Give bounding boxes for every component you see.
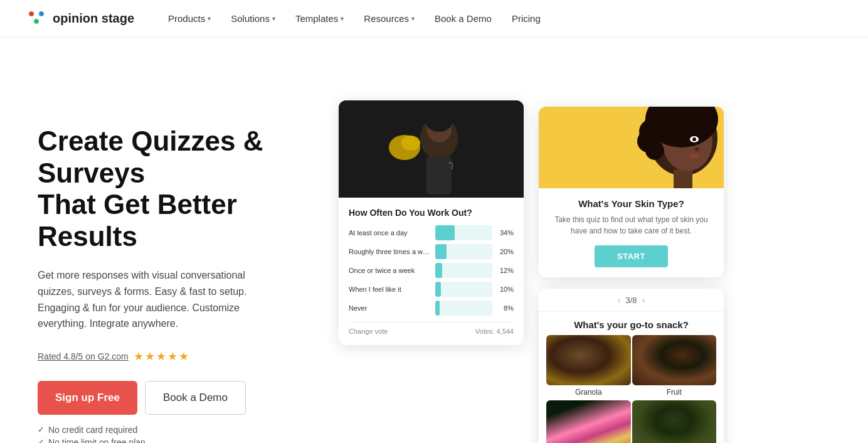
snack-option-spicy[interactable]: Something spicy! <box>632 400 717 443</box>
poll-bar-row-3: Once or twice a week 12% <box>349 263 514 278</box>
svg-point-24 <box>692 137 696 141</box>
poll-bar-label: At least once a day <box>349 229 430 237</box>
poll-image <box>339 100 524 198</box>
checklist-item-2: ✓ No time limit on free plan <box>38 437 301 443</box>
snack-quiz-widget: ‹ 3/8 › What's your go-to snack? Granola… <box>539 289 724 443</box>
granola-label: Granola <box>546 385 631 399</box>
skin-quiz-content: What's Your Skin Type? Take this quiz to… <box>539 188 724 277</box>
poll-bar-label: Once or twice a week <box>349 267 430 274</box>
star-5: ★ <box>179 350 189 363</box>
snack-option-granola[interactable]: Granola <box>546 335 631 399</box>
poll-bar-pct: 34% <box>497 229 514 237</box>
poll-bar-row-1: At least once a day 34% <box>349 225 514 240</box>
nav-item-book-demo[interactable]: Book a Demo <box>426 8 500 29</box>
hero-section: Create Quizzes & Surveys That Get Better… <box>0 38 868 443</box>
poll-bar-pct: 12% <box>497 267 514 274</box>
next-arrow-icon[interactable]: › <box>642 295 645 305</box>
svg-rect-16 <box>674 169 692 188</box>
chevron-down-icon: ▾ <box>341 15 344 22</box>
svg-point-11 <box>401 136 420 151</box>
svg-point-9 <box>425 109 453 132</box>
nav-item-templates[interactable]: Templates ▾ <box>287 8 352 29</box>
rating-row: Rated 4.8/5 on G2.com ★ ★ ★ ★ ★ <box>38 350 301 363</box>
skin-quiz-widget: What's Your Skin Type? Take this quiz to… <box>539 107 724 277</box>
poll-bar-inner <box>435 263 442 278</box>
start-button[interactable]: START <box>595 245 668 267</box>
poll-bar-outer <box>435 263 492 278</box>
icecream-image <box>546 400 631 443</box>
poll-bar-pct: 20% <box>497 248 514 255</box>
snack-nav: ‹ 3/8 › <box>539 289 724 312</box>
svg-point-21 <box>645 141 664 160</box>
nav-item-pricing[interactable]: Pricing <box>503 8 549 29</box>
fruit-image <box>632 335 717 385</box>
fruit-label: Fruit <box>632 385 717 399</box>
svg-point-26 <box>689 153 699 158</box>
rating-link[interactable]: Rated 4.8/5 on G2.com <box>38 351 129 361</box>
poll-bar-outer <box>435 282 492 297</box>
skin-quiz-image-svg <box>539 107 724 188</box>
poll-bar-inner <box>435 225 455 240</box>
svg-point-25 <box>694 147 699 151</box>
poll-bar-outer <box>435 244 492 259</box>
chevron-down-icon: ▾ <box>411 15 415 22</box>
poll-bar-label: Never <box>349 304 430 312</box>
poll-bar-pct: 10% <box>497 286 514 293</box>
votes-count: Votes: 4,544 <box>475 328 514 335</box>
poll-bar-pct: 8% <box>497 304 514 312</box>
star-1: ★ <box>134 350 144 363</box>
chevron-down-icon: ▾ <box>208 15 211 22</box>
logo-icon <box>25 8 48 30</box>
checklist: ✓ No credit card required ✓ No time limi… <box>38 425 301 443</box>
poll-content: How Often Do You Work Out? At least once… <box>339 198 524 345</box>
svg-point-4 <box>40 13 43 15</box>
stars-container: ★ ★ ★ ★ ★ <box>134 350 189 363</box>
star-4: ★ <box>167 350 177 363</box>
poll-bar-inner <box>435 244 447 259</box>
spicy-image <box>632 400 717 443</box>
granola-image <box>546 335 631 385</box>
star-3: ★ <box>156 350 166 363</box>
poll-bar-row-5: Never 8% <box>349 301 514 316</box>
signup-button[interactable]: Sign up Free <box>38 381 137 415</box>
snack-nav-text: 3/8 <box>625 296 637 305</box>
poll-bar-row-2: Roughly three times a week 20% <box>349 244 514 259</box>
poll-bar-label: Roughly three times a week <box>349 248 430 255</box>
svg-point-3 <box>30 13 33 15</box>
snack-quiz-title: What's your go-to snack? <box>539 312 724 335</box>
nav-links: Products ▾ Solutions ▾ Templates ▾ Resou… <box>159 8 843 29</box>
book-demo-button[interactable]: Book a Demo <box>145 381 246 415</box>
chevron-down-icon: ▾ <box>272 15 275 22</box>
navigation: opinion stage Products ▾ Solutions ▾ Tem… <box>0 0 868 38</box>
brand-logo[interactable]: opinion stage <box>25 8 134 30</box>
checklist-item-1: ✓ No credit card required <box>38 425 301 435</box>
poll-bar-inner <box>435 301 440 316</box>
poll-bar-outer <box>435 225 492 240</box>
svg-point-22 <box>644 112 672 139</box>
poll-bar-outer <box>435 301 492 316</box>
poll-footer: Change vote Votes: 4,544 <box>349 322 514 335</box>
hero-heading: Create Quizzes & Surveys That Get Better… <box>38 125 301 252</box>
poll-title: How Often Do You Work Out? <box>349 208 514 218</box>
poll-bar-label: When I feel like it <box>349 286 430 293</box>
nav-item-products[interactable]: Products ▾ <box>159 8 220 29</box>
poll-bar-inner <box>435 282 441 297</box>
change-vote-link[interactable]: Change vote <box>349 328 388 335</box>
check-icon: ✓ <box>38 437 45 443</box>
snack-option-fruit[interactable]: Fruit <box>632 335 717 399</box>
nav-item-solutions[interactable]: Solutions ▾ <box>222 8 284 29</box>
nav-item-resources[interactable]: Resources ▾ <box>355 8 423 29</box>
skin-quiz-title: What's Your Skin Type? <box>549 198 714 209</box>
star-2: ★ <box>145 350 155 363</box>
check-icon: ✓ <box>38 425 45 434</box>
hero-subtext: Get more responses with visual conversat… <box>38 267 276 331</box>
boxer-image <box>339 100 524 198</box>
poll-widget: How Often Do You Work Out? At least once… <box>339 100 524 345</box>
hero-left: Create Quizzes & Surveys That Get Better… <box>38 88 301 443</box>
brand-name: opinion stage <box>53 11 134 26</box>
poll-bar-row-4: When I feel like it 10% <box>349 282 514 297</box>
skin-quiz-subtitle: Take this quiz to find out what type of … <box>549 214 714 237</box>
cta-row: Sign up Free Book a Demo <box>38 381 301 415</box>
prev-arrow-icon[interactable]: ‹ <box>618 295 621 305</box>
snack-option-icecream[interactable]: Ice cream <box>546 400 631 443</box>
